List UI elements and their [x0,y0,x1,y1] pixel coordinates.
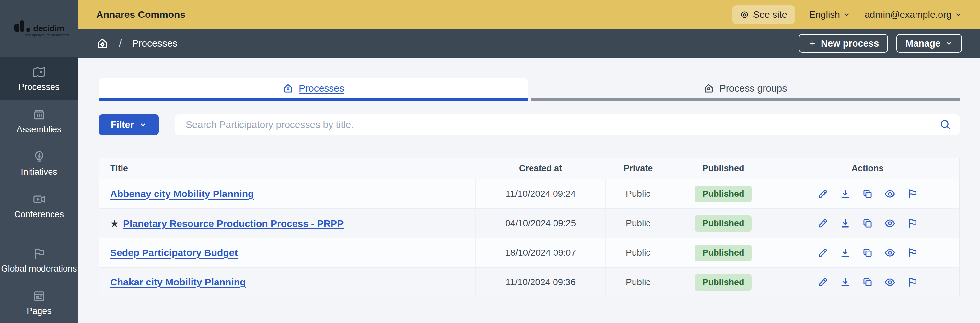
export-download-icon[interactable] [839,188,851,200]
tab-process-groups[interactable]: Process groups [530,78,959,101]
created-at-cell: 11/10/2024 09:36 [476,268,605,297]
sidebar-item-processes[interactable]: Processes [0,57,78,100]
tab-label: Process groups [719,83,787,94]
home-gear-icon [96,37,108,49]
moderation-flag-icon[interactable] [907,217,918,229]
filter-label: Filter [111,119,134,130]
star-icon: ★ [110,218,119,229]
process-title-link[interactable]: Sedep Participatory Budget [110,247,237,258]
private-cell: Public [606,238,671,268]
column-header-actions: Actions [776,158,959,179]
moderation-flag-icon[interactable] [907,188,918,200]
search-input[interactable] [186,119,940,130]
duplicate-copy-icon[interactable] [862,217,873,229]
new-process-label: New process [821,38,879,49]
edit-pencil-icon[interactable] [817,276,829,288]
preview-eye-icon[interactable] [884,217,896,229]
column-header-created-at: Created at [476,158,605,179]
top-bar: Annares Commons See site English admin@e… [78,0,980,29]
decidim-logo: decidim free open-source democracy [0,0,78,57]
table-row: Chakar city Mobility Planning 11/10/2024… [99,268,959,297]
government-building-icon [32,108,46,122]
table-row: Abbenay city Mobility Planning 11/10/202… [99,179,959,209]
space-tabs: Processes Process groups [99,78,959,101]
page-layout-icon [32,289,46,303]
processes-table: Title Created at Private Published Actio… [99,158,959,297]
language-label: English [809,10,840,20]
process-title-link[interactable]: Planetary Resource Production Process - … [123,218,344,229]
organization-name: Annares Commons [96,9,185,20]
duplicate-copy-icon[interactable] [862,188,873,200]
language-selector[interactable]: English [809,10,850,20]
decidim-logo-tagline: free open-source democracy [25,33,69,37]
export-download-icon[interactable] [839,217,851,229]
table-row: Sedep Participatory Budget 18/10/2024 09… [99,238,959,268]
chevron-down-icon [139,121,147,128]
created-at-cell: 18/10/2024 09:07 [476,238,605,268]
house-icon [703,83,714,94]
edit-pencil-icon[interactable] [817,247,829,259]
sidebar-item-pages[interactable]: Pages [0,281,78,323]
sidebar-item-label: Conferences [14,209,64,219]
private-cell: Public [606,268,671,297]
sidebar-item-initiatives[interactable]: Initiatives [0,142,78,184]
sidebar-item-global-moderations[interactable]: Global moderations [0,239,78,281]
moderation-flag-icon[interactable] [907,247,918,259]
breadcrumb: / Processes [96,37,177,49]
export-download-icon[interactable] [839,276,851,288]
see-site-label: See site [753,10,787,20]
moderation-flag-icon[interactable] [907,276,918,288]
tab-processes[interactable]: Processes [99,78,528,101]
table-header-row: Title Created at Private Published Actio… [99,158,959,179]
edit-pencil-icon[interactable] [817,217,829,229]
sidebar-item-label: Initiatives [21,167,57,177]
see-site-button[interactable]: See site [732,5,795,24]
sidebar-item-label: Global moderations [1,264,77,274]
chevron-down-icon [843,11,850,18]
filter-search-row: Filter [99,114,959,135]
duplicate-copy-icon[interactable] [862,276,873,288]
preview-eye-icon[interactable] [884,276,896,288]
column-header-title: Title [99,158,476,179]
sidebar-item-conferences[interactable]: Conferences [0,184,78,227]
video-camera-icon [32,192,46,206]
preview-eye-icon[interactable] [884,247,896,259]
user-menu[interactable]: admin@example.org [865,10,962,20]
published-badge: Published [695,245,751,261]
manage-button[interactable]: Manage [896,34,962,53]
new-process-button[interactable]: New process [799,34,888,53]
process-title-link[interactable]: Chakar city Mobility Planning [110,277,246,287]
created-at-cell: 04/10/2024 09:25 [476,209,605,238]
table-row: ★Planetary Resource Production Process -… [99,209,959,238]
chevron-down-icon [955,11,962,18]
search-box [175,114,959,135]
filter-button[interactable]: Filter [99,114,159,135]
sidebar-item-label: Pages [27,306,51,316]
eye-target-icon [740,10,749,19]
decidim-logo-text: decidim [33,25,64,32]
plus-icon [808,39,816,48]
search-icon[interactable] [940,119,951,130]
manage-label: Manage [905,38,940,49]
published-badge: Published [695,186,751,202]
breadcrumb-bar: / Processes New process Manage [78,29,980,58]
published-badge: Published [695,274,751,291]
created-at-cell: 11/10/2024 09:24 [476,179,605,209]
house-icon [283,83,294,94]
user-email: admin@example.org [865,10,951,20]
breadcrumb-home-link[interactable] [96,37,108,49]
flag-icon [32,247,46,261]
preview-eye-icon[interactable] [884,188,896,200]
private-cell: Public [606,209,671,238]
process-title-link[interactable]: Abbenay city Mobility Planning [110,188,254,199]
breadcrumb-current: Processes [132,38,177,49]
sidebar-item-label: Assemblies [16,125,61,135]
export-download-icon[interactable] [839,247,851,259]
breadcrumb-separator: / [119,38,121,49]
duplicate-copy-icon[interactable] [862,247,873,259]
sidebar-item-assemblies[interactable]: Assemblies [0,100,78,142]
processes-table-wrap: Title Created at Private Published Actio… [99,158,959,297]
tab-label: Processes [299,83,344,94]
edit-pencil-icon[interactable] [817,188,829,200]
sidebar-item-label: Processes [19,82,59,92]
